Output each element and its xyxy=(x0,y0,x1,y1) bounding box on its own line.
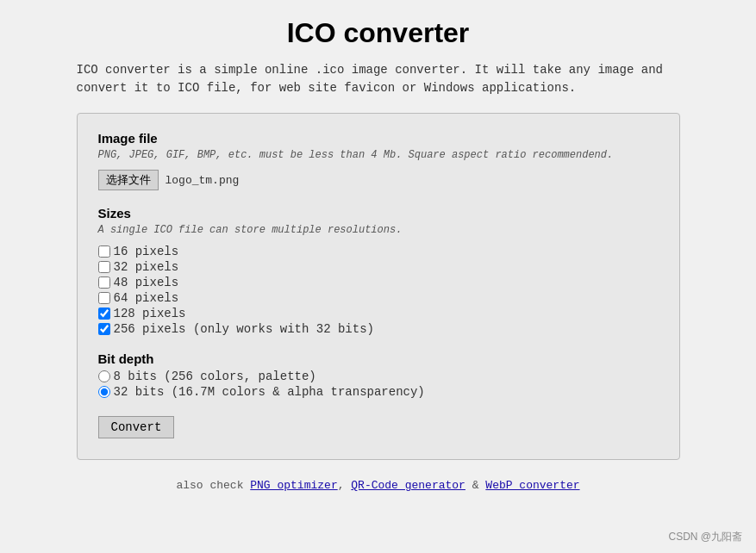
size-256-label: 256 pixels (only works with 32 bits) xyxy=(114,322,374,336)
footer-comma: , xyxy=(338,479,352,492)
file-name-display: logo_tm.png xyxy=(166,174,240,187)
bit-depth-section: Bit depth 8 bits (256 colors, palette) 3… xyxy=(98,351,659,399)
bit-32-label: 32 bits (16.7M colors & alpha transparen… xyxy=(114,385,425,399)
size-16-checkbox[interactable] xyxy=(98,245,110,258)
size-64-checkbox[interactable] xyxy=(98,292,110,304)
convert-button[interactable]: Convert xyxy=(98,416,175,438)
size-16-label: 16 pixels xyxy=(114,245,179,258)
image-file-hint: PNG, JPEG, GIF, BMP, etc. must be less t… xyxy=(98,149,659,161)
footer: also check PNG optimizer, QR-Code genera… xyxy=(176,479,579,492)
size-128-label: 128 pixels xyxy=(114,307,186,320)
main-form-box: Image file PNG, JPEG, GIF, BMP, etc. mus… xyxy=(77,113,680,460)
size-64-row: 64 pixels xyxy=(98,291,659,305)
size-128-row: 128 pixels xyxy=(98,307,659,320)
size-48-label: 48 pixels xyxy=(114,276,179,289)
size-48-row: 48 pixels xyxy=(98,276,659,289)
page-description: ICO converter is a simple online .ico im… xyxy=(77,61,680,97)
webp-converter-link[interactable]: WebP converter xyxy=(485,479,579,492)
bit-8-row: 8 bits (256 colors, palette) xyxy=(98,370,659,383)
sizes-label: Sizes xyxy=(98,206,659,221)
size-64-label: 64 pixels xyxy=(114,291,179,305)
sizes-section: Sizes A single ICO file can store multip… xyxy=(98,206,659,336)
size-32-label: 32 pixels xyxy=(114,260,179,274)
size-32-row: 32 pixels xyxy=(98,260,659,274)
size-48-checkbox[interactable] xyxy=(98,276,110,289)
png-optimizer-link[interactable]: PNG optimizer xyxy=(250,479,337,492)
file-input-row: 选择文件 logo_tm.png xyxy=(98,170,659,190)
bit-32-row: 32 bits (16.7M colors & alpha transparen… xyxy=(98,385,659,399)
size-32-checkbox[interactable] xyxy=(98,261,110,273)
page-title: ICO converter xyxy=(287,17,470,49)
footer-text-before: also check xyxy=(176,479,250,492)
sizes-hint: A single ICO file can store multiple res… xyxy=(98,224,659,236)
image-file-section: Image file PNG, JPEG, GIF, BMP, etc. mus… xyxy=(98,131,659,190)
bit-depth-label: Bit depth xyxy=(98,351,659,366)
choose-file-button[interactable]: 选择文件 xyxy=(98,170,159,190)
bit-8-radio[interactable] xyxy=(98,370,110,382)
bit-8-label: 8 bits (256 colors, palette) xyxy=(114,370,316,383)
size-256-row: 256 pixels (only works with 32 bits) xyxy=(98,322,659,336)
size-256-checkbox[interactable] xyxy=(98,323,110,335)
watermark: CSDN @九阳斋 xyxy=(668,530,742,544)
bit-32-radio[interactable] xyxy=(98,386,110,398)
size-128-checkbox[interactable] xyxy=(98,308,110,320)
footer-between: & xyxy=(465,479,485,492)
size-16-row: 16 pixels xyxy=(98,245,659,258)
image-file-label: Image file xyxy=(98,131,659,146)
qr-code-link[interactable]: QR-Code generator xyxy=(351,479,465,492)
